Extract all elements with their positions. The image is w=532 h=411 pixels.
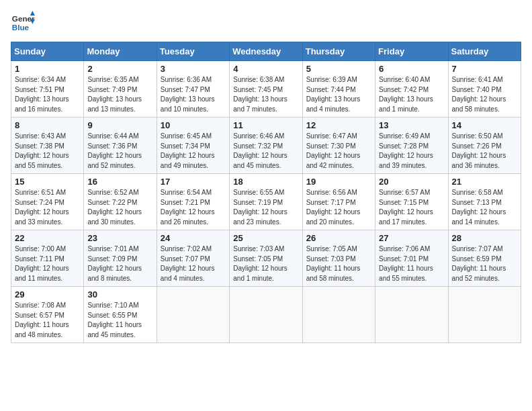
day-info: Sunrise: 6:38 AMSunset: 7:45 PMDaylight:…: [233, 76, 287, 113]
day-info: Sunrise: 6:43 AMSunset: 7:38 PMDaylight:…: [15, 132, 69, 169]
day-info: Sunrise: 6:41 AMSunset: 7:40 PMDaylight:…: [452, 76, 506, 113]
day-info: Sunrise: 6:55 AMSunset: 7:19 PMDaylight:…: [233, 189, 287, 226]
page-header: General Blue: [11, 11, 521, 35]
weekday-header-row: SundayMondayTuesdayWednesdayThursdayFrid…: [11, 42, 521, 61]
calendar-cell: 6 Sunrise: 6:40 AMSunset: 7:42 PMDayligh…: [375, 61, 448, 118]
day-info: Sunrise: 7:01 AMSunset: 7:09 PMDaylight:…: [87, 245, 142, 282]
calendar-cell: 19 Sunrise: 6:56 AMSunset: 7:17 PMDaylig…: [302, 174, 375, 230]
day-number: 7: [452, 64, 517, 74]
calendar-cell: 21 Sunrise: 6:58 AMSunset: 7:13 PMDaylig…: [448, 174, 521, 230]
day-number: 10: [161, 120, 226, 130]
day-number: 6: [379, 64, 444, 74]
day-info: Sunrise: 6:34 AMSunset: 7:51 PMDaylight:…: [15, 76, 69, 113]
calendar-cell: 18 Sunrise: 6:55 AMSunset: 7:19 PMDaylig…: [230, 174, 302, 230]
day-number: 16: [87, 177, 152, 187]
day-number: 26: [306, 233, 371, 243]
day-number: 23: [87, 233, 152, 243]
weekday-header-wednesday: Wednesday: [230, 42, 302, 61]
day-number: 2: [87, 64, 152, 74]
logo: General Blue: [11, 11, 35, 35]
weekday-header-thursday: Thursday: [302, 42, 375, 61]
calendar-cell: 25 Sunrise: 7:03 AMSunset: 7:05 PMDaylig…: [230, 230, 302, 287]
day-number: 12: [306, 120, 371, 130]
day-info: Sunrise: 6:54 AMSunset: 7:21 PMDaylight:…: [161, 189, 215, 226]
weekday-header-friday: Friday: [375, 42, 448, 61]
weekday-header-sunday: Sunday: [11, 42, 84, 61]
calendar-cell: 4 Sunrise: 6:38 AMSunset: 7:45 PMDayligh…: [230, 61, 302, 118]
day-info: Sunrise: 7:00 AMSunset: 7:11 PMDaylight:…: [15, 245, 69, 282]
day-info: Sunrise: 6:40 AMSunset: 7:42 PMDaylight:…: [379, 76, 433, 113]
day-number: 4: [233, 64, 298, 74]
calendar-cell: 30 Sunrise: 7:10 AMSunset: 6:55 PMDaylig…: [84, 287, 157, 343]
calendar-cell: 17 Sunrise: 6:54 AMSunset: 7:21 PMDaylig…: [157, 174, 229, 230]
day-info: Sunrise: 7:03 AMSunset: 7:05 PMDaylight:…: [233, 245, 287, 282]
day-info: Sunrise: 6:58 AMSunset: 7:13 PMDaylight:…: [452, 189, 506, 226]
calendar-cell: 2 Sunrise: 6:35 AMSunset: 7:49 PMDayligh…: [84, 61, 157, 118]
day-number: 3: [161, 64, 226, 74]
calendar-table: SundayMondayTuesdayWednesdayThursdayFrid…: [11, 42, 521, 343]
calendar-week-row: 1 Sunrise: 6:34 AMSunset: 7:51 PMDayligh…: [11, 61, 521, 118]
day-info: Sunrise: 6:35 AMSunset: 7:49 PMDaylight:…: [87, 76, 142, 113]
day-info: Sunrise: 6:39 AMSunset: 7:44 PMDaylight:…: [306, 76, 361, 113]
day-info: Sunrise: 6:46 AMSunset: 7:32 PMDaylight:…: [233, 132, 287, 169]
calendar-cell: 22 Sunrise: 7:00 AMSunset: 7:11 PMDaylig…: [11, 230, 84, 287]
day-number: 29: [15, 289, 80, 300]
calendar-cell: 13 Sunrise: 6:49 AMSunset: 7:28 PMDaylig…: [375, 118, 448, 174]
day-number: 27: [379, 233, 444, 243]
day-number: 20: [379, 177, 444, 187]
calendar-cell: 20 Sunrise: 6:57 AMSunset: 7:15 PMDaylig…: [375, 174, 448, 230]
calendar-cell: 26 Sunrise: 7:05 AMSunset: 7:03 PMDaylig…: [302, 230, 375, 287]
calendar-week-row: 8 Sunrise: 6:43 AMSunset: 7:38 PMDayligh…: [11, 118, 521, 174]
day-number: 5: [306, 64, 371, 74]
calendar-cell: [157, 287, 229, 343]
day-info: Sunrise: 6:51 AMSunset: 7:24 PMDaylight:…: [15, 189, 69, 226]
day-number: 1: [15, 64, 80, 74]
day-info: Sunrise: 6:56 AMSunset: 7:17 PMDaylight:…: [306, 189, 361, 226]
calendar-cell: 11 Sunrise: 6:46 AMSunset: 7:32 PMDaylig…: [230, 118, 302, 174]
calendar-cell: 14 Sunrise: 6:50 AMSunset: 7:26 PMDaylig…: [448, 118, 521, 174]
day-info: Sunrise: 6:36 AMSunset: 7:47 PMDaylight:…: [161, 76, 215, 113]
day-info: Sunrise: 7:05 AMSunset: 7:03 PMDaylight:…: [306, 245, 361, 282]
weekday-header-tuesday: Tuesday: [157, 42, 229, 61]
day-info: Sunrise: 7:07 AMSunset: 6:59 PMDaylight:…: [452, 245, 506, 282]
calendar-cell: 1 Sunrise: 6:34 AMSunset: 7:51 PMDayligh…: [11, 61, 84, 118]
calendar-cell: 10 Sunrise: 6:45 AMSunset: 7:34 PMDaylig…: [157, 118, 229, 174]
day-info: Sunrise: 6:57 AMSunset: 7:15 PMDaylight:…: [379, 189, 433, 226]
day-info: Sunrise: 6:52 AMSunset: 7:22 PMDaylight:…: [87, 189, 142, 226]
day-number: 28: [452, 233, 517, 243]
calendar-cell: [448, 287, 521, 343]
day-info: Sunrise: 7:06 AMSunset: 7:01 PMDaylight:…: [379, 245, 433, 282]
day-info: Sunrise: 6:49 AMSunset: 7:28 PMDaylight:…: [379, 132, 433, 169]
day-number: 13: [379, 120, 444, 130]
day-info: Sunrise: 6:50 AMSunset: 7:26 PMDaylight:…: [452, 132, 506, 169]
day-number: 11: [233, 120, 298, 130]
calendar-week-row: 29 Sunrise: 7:08 AMSunset: 6:57 PMDaylig…: [11, 287, 521, 343]
day-number: 18: [233, 177, 298, 187]
calendar-cell: 12 Sunrise: 6:47 AMSunset: 7:30 PMDaylig…: [302, 118, 375, 174]
calendar-cell: 5 Sunrise: 6:39 AMSunset: 7:44 PMDayligh…: [302, 61, 375, 118]
calendar-cell: 28 Sunrise: 7:07 AMSunset: 6:59 PMDaylig…: [448, 230, 521, 287]
day-number: 15: [15, 177, 80, 187]
calendar-cell: 9 Sunrise: 6:44 AMSunset: 7:36 PMDayligh…: [84, 118, 157, 174]
day-number: 14: [452, 120, 517, 130]
calendar-cell: 7 Sunrise: 6:41 AMSunset: 7:40 PMDayligh…: [448, 61, 521, 118]
svg-marker-2: [30, 11, 35, 15]
calendar-cell: 24 Sunrise: 7:02 AMSunset: 7:07 PMDaylig…: [157, 230, 229, 287]
calendar-week-row: 22 Sunrise: 7:00 AMSunset: 7:11 PMDaylig…: [11, 230, 521, 287]
calendar-cell: 3 Sunrise: 6:36 AMSunset: 7:47 PMDayligh…: [157, 61, 229, 118]
day-number: 22: [15, 233, 80, 243]
logo-icon: General Blue: [11, 11, 35, 35]
day-number: 25: [233, 233, 298, 243]
day-info: Sunrise: 7:08 AMSunset: 6:57 PMDaylight:…: [15, 302, 69, 338]
calendar-cell: 27 Sunrise: 7:06 AMSunset: 7:01 PMDaylig…: [375, 230, 448, 287]
day-info: Sunrise: 6:44 AMSunset: 7:36 PMDaylight:…: [87, 132, 142, 169]
calendar-cell: [375, 287, 448, 343]
day-info: Sunrise: 7:02 AMSunset: 7:07 PMDaylight:…: [161, 245, 215, 282]
calendar-cell: [230, 287, 302, 343]
day-number: 30: [87, 289, 152, 300]
calendar-cell: 16 Sunrise: 6:52 AMSunset: 7:22 PMDaylig…: [84, 174, 157, 230]
day-number: 9: [87, 120, 152, 130]
day-info: Sunrise: 6:47 AMSunset: 7:30 PMDaylight:…: [306, 132, 361, 169]
day-number: 19: [306, 177, 371, 187]
calendar-week-row: 15 Sunrise: 6:51 AMSunset: 7:24 PMDaylig…: [11, 174, 521, 230]
